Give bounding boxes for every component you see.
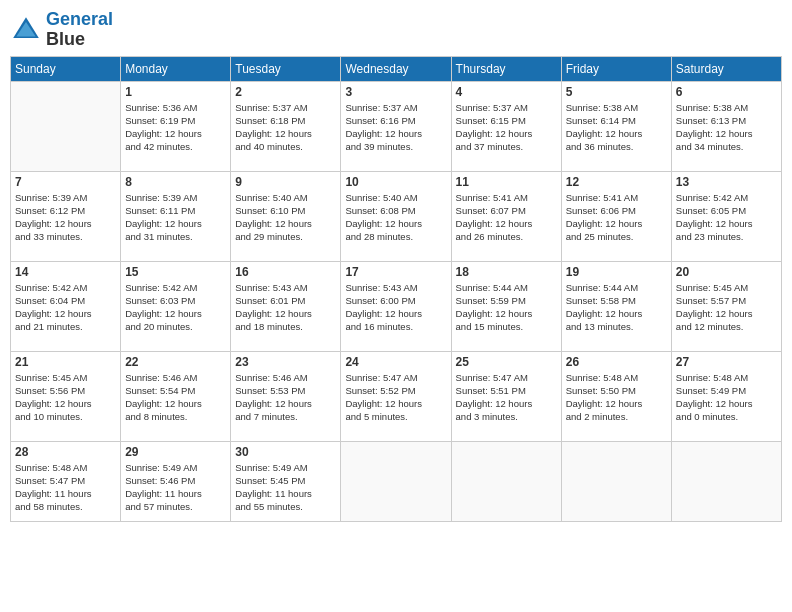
calendar-cell: 13Sunrise: 5:42 AM Sunset: 6:05 PM Dayli… (671, 171, 781, 261)
weekday-header-wednesday: Wednesday (341, 56, 451, 81)
calendar-cell: 28Sunrise: 5:48 AM Sunset: 5:47 PM Dayli… (11, 441, 121, 521)
day-number: 14 (15, 265, 116, 279)
day-info: Sunrise: 5:39 AM Sunset: 6:12 PM Dayligh… (15, 191, 116, 244)
day-info: Sunrise: 5:42 AM Sunset: 6:03 PM Dayligh… (125, 281, 226, 334)
day-number: 2 (235, 85, 336, 99)
day-info: Sunrise: 5:48 AM Sunset: 5:49 PM Dayligh… (676, 371, 777, 424)
day-info: Sunrise: 5:37 AM Sunset: 6:16 PM Dayligh… (345, 101, 446, 154)
day-number: 4 (456, 85, 557, 99)
day-info: Sunrise: 5:42 AM Sunset: 6:05 PM Dayligh… (676, 191, 777, 244)
day-number: 6 (676, 85, 777, 99)
calendar-cell: 8Sunrise: 5:39 AM Sunset: 6:11 PM Daylig… (121, 171, 231, 261)
weekday-header-sunday: Sunday (11, 56, 121, 81)
calendar-cell (451, 441, 561, 521)
calendar-cell: 21Sunrise: 5:45 AM Sunset: 5:56 PM Dayli… (11, 351, 121, 441)
day-number: 30 (235, 445, 336, 459)
calendar-cell: 22Sunrise: 5:46 AM Sunset: 5:54 PM Dayli… (121, 351, 231, 441)
calendar-cell: 11Sunrise: 5:41 AM Sunset: 6:07 PM Dayli… (451, 171, 561, 261)
day-info: Sunrise: 5:41 AM Sunset: 6:07 PM Dayligh… (456, 191, 557, 244)
day-number: 21 (15, 355, 116, 369)
day-info: Sunrise: 5:42 AM Sunset: 6:04 PM Dayligh… (15, 281, 116, 334)
page-header: General Blue (10, 10, 782, 50)
calendar-cell (341, 441, 451, 521)
calendar-cell: 7Sunrise: 5:39 AM Sunset: 6:12 PM Daylig… (11, 171, 121, 261)
calendar-cell: 1Sunrise: 5:36 AM Sunset: 6:19 PM Daylig… (121, 81, 231, 171)
calendar-table: SundayMondayTuesdayWednesdayThursdayFrid… (10, 56, 782, 522)
weekday-header-tuesday: Tuesday (231, 56, 341, 81)
day-number: 10 (345, 175, 446, 189)
calendar-cell: 23Sunrise: 5:46 AM Sunset: 5:53 PM Dayli… (231, 351, 341, 441)
calendar-cell: 27Sunrise: 5:48 AM Sunset: 5:49 PM Dayli… (671, 351, 781, 441)
day-info: Sunrise: 5:49 AM Sunset: 5:46 PM Dayligh… (125, 461, 226, 514)
day-info: Sunrise: 5:44 AM Sunset: 5:58 PM Dayligh… (566, 281, 667, 334)
day-number: 27 (676, 355, 777, 369)
calendar-cell: 4Sunrise: 5:37 AM Sunset: 6:15 PM Daylig… (451, 81, 561, 171)
day-number: 16 (235, 265, 336, 279)
day-number: 28 (15, 445, 116, 459)
calendar-cell: 19Sunrise: 5:44 AM Sunset: 5:58 PM Dayli… (561, 261, 671, 351)
calendar-cell: 14Sunrise: 5:42 AM Sunset: 6:04 PM Dayli… (11, 261, 121, 351)
day-number: 23 (235, 355, 336, 369)
calendar-cell: 2Sunrise: 5:37 AM Sunset: 6:18 PM Daylig… (231, 81, 341, 171)
day-number: 5 (566, 85, 667, 99)
day-number: 1 (125, 85, 226, 99)
calendar-cell: 25Sunrise: 5:47 AM Sunset: 5:51 PM Dayli… (451, 351, 561, 441)
weekday-header-thursday: Thursday (451, 56, 561, 81)
day-number: 15 (125, 265, 226, 279)
day-info: Sunrise: 5:37 AM Sunset: 6:18 PM Dayligh… (235, 101, 336, 154)
day-number: 17 (345, 265, 446, 279)
calendar-cell: 18Sunrise: 5:44 AM Sunset: 5:59 PM Dayli… (451, 261, 561, 351)
day-info: Sunrise: 5:46 AM Sunset: 5:54 PM Dayligh… (125, 371, 226, 424)
day-info: Sunrise: 5:49 AM Sunset: 5:45 PM Dayligh… (235, 461, 336, 514)
calendar-cell: 16Sunrise: 5:43 AM Sunset: 6:01 PM Dayli… (231, 261, 341, 351)
day-info: Sunrise: 5:38 AM Sunset: 6:14 PM Dayligh… (566, 101, 667, 154)
day-info: Sunrise: 5:47 AM Sunset: 5:51 PM Dayligh… (456, 371, 557, 424)
calendar-cell: 29Sunrise: 5:49 AM Sunset: 5:46 PM Dayli… (121, 441, 231, 521)
weekday-header-friday: Friday (561, 56, 671, 81)
day-info: Sunrise: 5:44 AM Sunset: 5:59 PM Dayligh… (456, 281, 557, 334)
calendar-cell (11, 81, 121, 171)
day-info: Sunrise: 5:48 AM Sunset: 5:50 PM Dayligh… (566, 371, 667, 424)
day-number: 25 (456, 355, 557, 369)
calendar-cell: 24Sunrise: 5:47 AM Sunset: 5:52 PM Dayli… (341, 351, 451, 441)
day-number: 7 (15, 175, 116, 189)
day-info: Sunrise: 5:43 AM Sunset: 6:01 PM Dayligh… (235, 281, 336, 334)
weekday-header-monday: Monday (121, 56, 231, 81)
day-info: Sunrise: 5:40 AM Sunset: 6:08 PM Dayligh… (345, 191, 446, 244)
day-info: Sunrise: 5:43 AM Sunset: 6:00 PM Dayligh… (345, 281, 446, 334)
day-number: 26 (566, 355, 667, 369)
day-info: Sunrise: 5:46 AM Sunset: 5:53 PM Dayligh… (235, 371, 336, 424)
logo-icon (10, 14, 42, 46)
calendar-cell: 30Sunrise: 5:49 AM Sunset: 5:45 PM Dayli… (231, 441, 341, 521)
day-number: 24 (345, 355, 446, 369)
calendar-cell (671, 441, 781, 521)
calendar-cell: 26Sunrise: 5:48 AM Sunset: 5:50 PM Dayli… (561, 351, 671, 441)
calendar-cell (561, 441, 671, 521)
day-number: 11 (456, 175, 557, 189)
day-number: 19 (566, 265, 667, 279)
day-number: 3 (345, 85, 446, 99)
day-info: Sunrise: 5:40 AM Sunset: 6:10 PM Dayligh… (235, 191, 336, 244)
day-info: Sunrise: 5:47 AM Sunset: 5:52 PM Dayligh… (345, 371, 446, 424)
calendar-cell: 9Sunrise: 5:40 AM Sunset: 6:10 PM Daylig… (231, 171, 341, 261)
day-info: Sunrise: 5:39 AM Sunset: 6:11 PM Dayligh… (125, 191, 226, 244)
calendar-cell: 5Sunrise: 5:38 AM Sunset: 6:14 PM Daylig… (561, 81, 671, 171)
calendar-cell: 17Sunrise: 5:43 AM Sunset: 6:00 PM Dayli… (341, 261, 451, 351)
calendar-cell: 10Sunrise: 5:40 AM Sunset: 6:08 PM Dayli… (341, 171, 451, 261)
day-info: Sunrise: 5:38 AM Sunset: 6:13 PM Dayligh… (676, 101, 777, 154)
calendar-cell: 20Sunrise: 5:45 AM Sunset: 5:57 PM Dayli… (671, 261, 781, 351)
day-number: 13 (676, 175, 777, 189)
calendar-cell: 15Sunrise: 5:42 AM Sunset: 6:03 PM Dayli… (121, 261, 231, 351)
calendar-cell: 3Sunrise: 5:37 AM Sunset: 6:16 PM Daylig… (341, 81, 451, 171)
weekday-header-saturday: Saturday (671, 56, 781, 81)
day-info: Sunrise: 5:36 AM Sunset: 6:19 PM Dayligh… (125, 101, 226, 154)
calendar-cell: 6Sunrise: 5:38 AM Sunset: 6:13 PM Daylig… (671, 81, 781, 171)
day-number: 9 (235, 175, 336, 189)
calendar-cell: 12Sunrise: 5:41 AM Sunset: 6:06 PM Dayli… (561, 171, 671, 261)
day-info: Sunrise: 5:41 AM Sunset: 6:06 PM Dayligh… (566, 191, 667, 244)
day-info: Sunrise: 5:48 AM Sunset: 5:47 PM Dayligh… (15, 461, 116, 514)
day-number: 12 (566, 175, 667, 189)
day-number: 8 (125, 175, 226, 189)
day-info: Sunrise: 5:37 AM Sunset: 6:15 PM Dayligh… (456, 101, 557, 154)
logo: General Blue (10, 10, 113, 50)
